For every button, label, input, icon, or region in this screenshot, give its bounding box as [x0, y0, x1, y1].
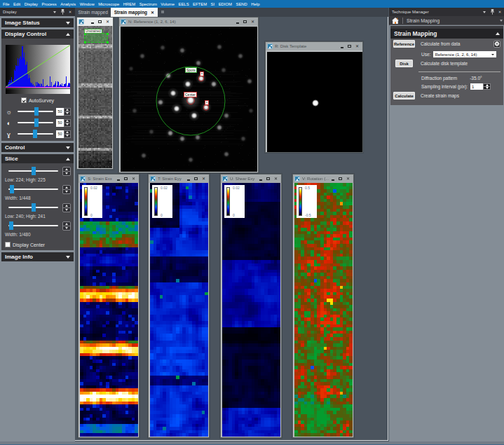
section-image-status-header[interactable]: Image Status: [1, 18, 74, 27]
window-minimize-button[interactable]: [184, 175, 192, 182]
window-close-button[interactable]: ✕: [104, 18, 111, 25]
menu-item-microscope[interactable]: Microscope: [98, 2, 119, 6]
slider-thumb[interactable]: [34, 118, 39, 127]
window-close-button[interactable]: ✕: [344, 175, 352, 182]
slider-thumb[interactable]: [10, 185, 14, 193]
slider-thumb[interactable]: [32, 167, 36, 175]
technique-selector-value[interactable]: Strain Mapping: [407, 18, 500, 23]
window-titlebar-map-exy[interactable]: U: Shear Exy✕: [221, 174, 281, 183]
window-content-disk-template[interactable]: [267, 52, 362, 152]
slider-track[interactable]: [8, 203, 58, 212]
slider-thumb[interactable]: [32, 203, 36, 212]
window-minimize-button[interactable]: [338, 43, 346, 50]
technique-manager-dropdown-icon[interactable]: [482, 9, 487, 15]
window-titlebar-map-exx[interactable]: S: Strain Exx✕: [79, 174, 139, 183]
display-panel-close-icon[interactable]: ✕: [67, 9, 73, 15]
slider-thumb[interactable]: [9, 221, 13, 230]
window-titlebar-map-eyy[interactable]: T: Strain Eyy✕: [149, 174, 209, 183]
window-titlebar-survey[interactable]: ✕: [77, 18, 113, 26]
menu-item-ediom[interactable]: EDIOM: [219, 2, 232, 6]
window-minimize-button[interactable]: [88, 18, 96, 25]
window-minimize-button[interactable]: [257, 175, 264, 182]
slider-spinner[interactable]: [64, 119, 71, 127]
window-maximize-button[interactable]: [241, 18, 249, 25]
slider-thumb[interactable]: [34, 107, 39, 116]
display-panel-dropdown-icon[interactable]: [52, 9, 57, 15]
display-center-checkbox[interactable]: [5, 242, 11, 247]
window-content-map-eyy[interactable]: 0.020: [150, 183, 208, 437]
v-spot-circle-annotation[interactable]: [203, 105, 209, 111]
window-maximize-button[interactable]: [192, 175, 200, 182]
menu-item-file[interactable]: File: [3, 2, 10, 6]
menu-item-send[interactable]: SEND: [236, 2, 247, 6]
strain-mapping-section-header[interactable]: Strain Mapping: [390, 29, 503, 39]
window-minimize-button[interactable]: [114, 175, 122, 182]
slider-value[interactable]: 50: [56, 130, 64, 138]
use-reference-select[interactable]: Reference (1, 2, 6, 14): [433, 51, 496, 57]
window-minimize-button[interactable]: [233, 18, 241, 25]
menu-item-edit[interactable]: Edit: [13, 2, 20, 6]
menu-item-process[interactable]: Process: [41, 2, 56, 6]
window-titlebar-reference[interactable]: N: Reference (1, 2, 6, 14)✕: [119, 18, 258, 26]
reference-button[interactable]: Reference: [393, 40, 415, 48]
menu-item-display[interactable]: Display: [25, 2, 38, 6]
menu-item-eftem[interactable]: EFTEM: [193, 2, 207, 6]
window-content-map-exx[interactable]: 0.020: [80, 183, 138, 437]
slider-thumb[interactable]: [33, 130, 37, 138]
slider-track[interactable]: [18, 107, 53, 116]
menu-item-window[interactable]: Window: [80, 2, 95, 6]
window-content-map-exy[interactable]: 0.020: [222, 183, 280, 437]
spots-label[interactable]: Spots: [185, 67, 197, 73]
slider-value[interactable]: 50: [56, 108, 64, 116]
slider-track[interactable]: [18, 130, 53, 138]
menu-item-eels[interactable]: EELS: [179, 2, 189, 6]
calculate-button[interactable]: Calculate: [393, 92, 415, 100]
tab-overflow-button[interactable]: [161, 11, 164, 13]
gear-button[interactable]: [493, 41, 500, 48]
window-content-map-rot[interactable]: 0.5-0.5: [294, 183, 353, 437]
menu-item-volume[interactable]: Volume: [161, 2, 175, 6]
tab-strain-mapped[interactable]: Strain mapped: [75, 8, 111, 17]
technique-manager-pin-icon[interactable]: [489, 9, 495, 15]
menu-item-help[interactable]: Help: [251, 2, 259, 6]
unstrained-selection-rect[interactable]: [84, 33, 108, 43]
selection-handle[interactable]: [84, 41, 86, 43]
selection-handle[interactable]: [107, 41, 109, 43]
autosurvey-checkbox[interactable]: [21, 97, 27, 103]
home-icon[interactable]: [392, 18, 399, 24]
slider-track[interactable]: [8, 167, 58, 175]
slider-track[interactable]: [18, 118, 53, 127]
window-titlebar-disk-template[interactable]: R: Disk Template✕: [266, 42, 362, 50]
menu-item-si[interactable]: SI: [211, 2, 215, 6]
window-maximize-button[interactable]: [346, 43, 353, 50]
slider-spinner[interactable]: [64, 130, 71, 138]
section-image-info-header[interactable]: Image Info: [1, 252, 74, 261]
tab-close-icon[interactable]: ✕: [151, 10, 154, 15]
window-close-button[interactable]: ✕: [130, 175, 137, 182]
center-label[interactable]: Center: [184, 92, 197, 97]
v-spot-label[interactable]: v: [205, 100, 209, 105]
slice-spinner[interactable]: [62, 167, 71, 176]
spots-circle-annotation[interactable]: [156, 67, 225, 135]
window-titlebar-map-rot[interactable]: V: Rotation (...✕: [293, 174, 353, 183]
technique-manager-close-icon[interactable]: ✕: [497, 9, 503, 15]
histogram[interactable]: [6, 45, 70, 94]
section-display-control-header[interactable]: Display Control: [1, 29, 74, 39]
window-minimize-button[interactable]: [329, 175, 336, 182]
sampling-interval-spinner[interactable]: [483, 83, 491, 90]
menu-item-hrem[interactable]: HREM: [123, 2, 135, 6]
window-close-button[interactable]: ✕: [200, 175, 207, 182]
sampling-interval-input[interactable]: 1: [470, 83, 483, 90]
section-slice-header[interactable]: Slice: [1, 154, 74, 163]
center-circle-annotation[interactable]: [187, 97, 195, 104]
slice-spinner[interactable]: [62, 203, 71, 212]
window-maximize-button[interactable]: [122, 175, 130, 182]
slider-value[interactable]: 50: [56, 119, 64, 127]
window-content-survey[interactable]: Unstrained: [79, 26, 112, 168]
slider-spinner[interactable]: [64, 108, 71, 116]
menu-item-spectrum[interactable]: Spectrum: [139, 2, 157, 6]
tab-strain-mapping[interactable]: Strain mapping✕: [111, 8, 157, 17]
window-maximize-button[interactable]: [96, 18, 104, 25]
window-content-reference[interactable]: SpotsCenteruv: [121, 27, 257, 172]
section-control-header[interactable]: Control: [1, 143, 74, 152]
